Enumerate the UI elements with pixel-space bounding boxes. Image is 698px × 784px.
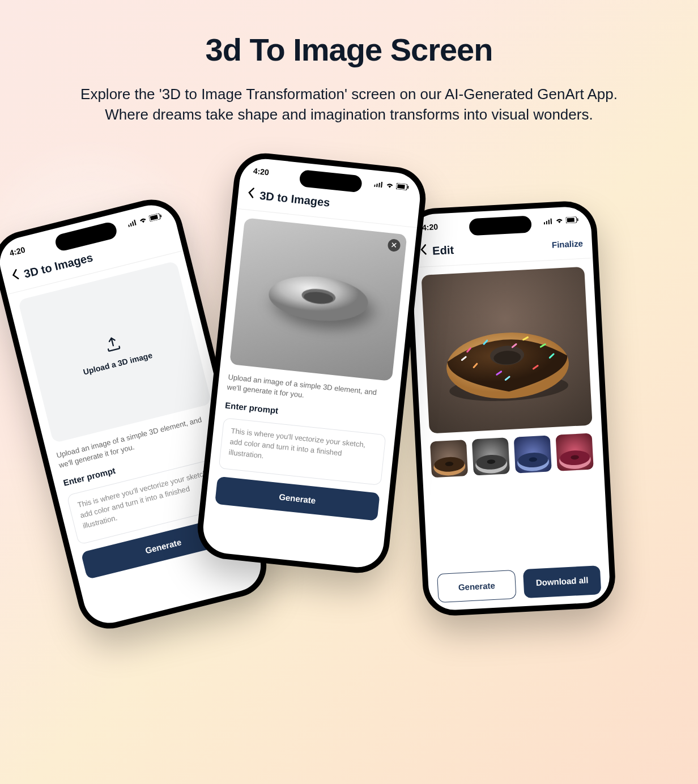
- svg-rect-13: [407, 185, 409, 188]
- svg-rect-18: [546, 220, 547, 224]
- variation-thumbnail[interactable]: [514, 435, 552, 473]
- upload-label: Upload a 3D image: [82, 351, 153, 377]
- signal-icon: [374, 180, 384, 188]
- screen-title: 3D to Images: [259, 189, 330, 209]
- svg-rect-0: [128, 224, 130, 227]
- donut-render: [436, 300, 577, 411]
- torus-3d-render: [262, 267, 374, 331]
- svg-rect-7: [374, 184, 375, 186]
- finalize-button[interactable]: Finalize: [552, 238, 584, 249]
- phone-notch: [469, 215, 531, 236]
- variation-thumbnail[interactable]: [472, 437, 510, 475]
- back-icon[interactable]: [246, 186, 255, 202]
- svg-rect-9: [378, 182, 380, 187]
- battery-icon: [565, 216, 578, 223]
- battery-icon: [148, 212, 162, 221]
- page-subtitle: Explore the '3D to Image Transformation'…: [77, 84, 621, 125]
- phone-mockups: 4:20 3D to Images Upload a 3D image U: [0, 159, 698, 782]
- prompt-input[interactable]: This is where you'll vectorize your sket…: [219, 417, 386, 485]
- variation-thumbnail[interactable]: [430, 440, 468, 478]
- generate-button[interactable]: Generate: [437, 570, 516, 603]
- status-time: 4:20: [8, 245, 26, 257]
- variation-thumbnails: [430, 433, 595, 478]
- svg-rect-10: [381, 181, 382, 187]
- signal-icon: [543, 218, 553, 224]
- status-time: 4:20: [253, 166, 270, 177]
- phone-mockup-edit: 4:20 Edit Finalize: [403, 199, 616, 617]
- hero-section: 3d To Image Screen Explore the '3D to Im…: [0, 0, 698, 125]
- close-icon[interactable]: ✕: [387, 238, 401, 252]
- status-icons: [374, 180, 409, 190]
- svg-rect-17: [544, 222, 545, 224]
- svg-rect-20: [551, 218, 552, 224]
- svg-rect-6: [160, 214, 161, 217]
- svg-rect-3: [134, 219, 136, 225]
- signal-icon: [127, 219, 137, 227]
- back-icon[interactable]: [10, 269, 20, 284]
- svg-rect-19: [548, 219, 550, 224]
- svg-rect-23: [577, 218, 578, 221]
- generated-result-image[interactable]: [421, 267, 592, 434]
- svg-rect-2: [132, 221, 134, 225]
- upload-icon: [103, 334, 123, 354]
- download-all-button[interactable]: Download all: [523, 565, 601, 598]
- svg-rect-12: [397, 184, 405, 188]
- wifi-icon: [385, 181, 394, 189]
- battery-icon: [396, 182, 409, 190]
- wifi-icon: [555, 217, 564, 224]
- svg-rect-5: [150, 214, 158, 220]
- svg-rect-8: [376, 184, 378, 187]
- variation-thumbnail[interactable]: [556, 433, 594, 471]
- wifi-icon: [138, 216, 148, 224]
- uploaded-image-preview[interactable]: ✕: [229, 218, 407, 381]
- status-icons: [543, 216, 578, 224]
- svg-rect-22: [567, 218, 574, 222]
- screen-title: Edit: [432, 243, 454, 257]
- phone-mockup-preview: 4:20 3D to Images ✕: [194, 150, 428, 576]
- status-icons: [127, 212, 162, 227]
- page-title: 3d To Image Screen: [0, 31, 698, 68]
- status-time: 4:20: [422, 222, 439, 232]
- generate-button[interactable]: Generate: [215, 476, 380, 521]
- svg-rect-1: [130, 223, 131, 226]
- upload-dropzone[interactable]: Upload a 3D image: [18, 261, 211, 443]
